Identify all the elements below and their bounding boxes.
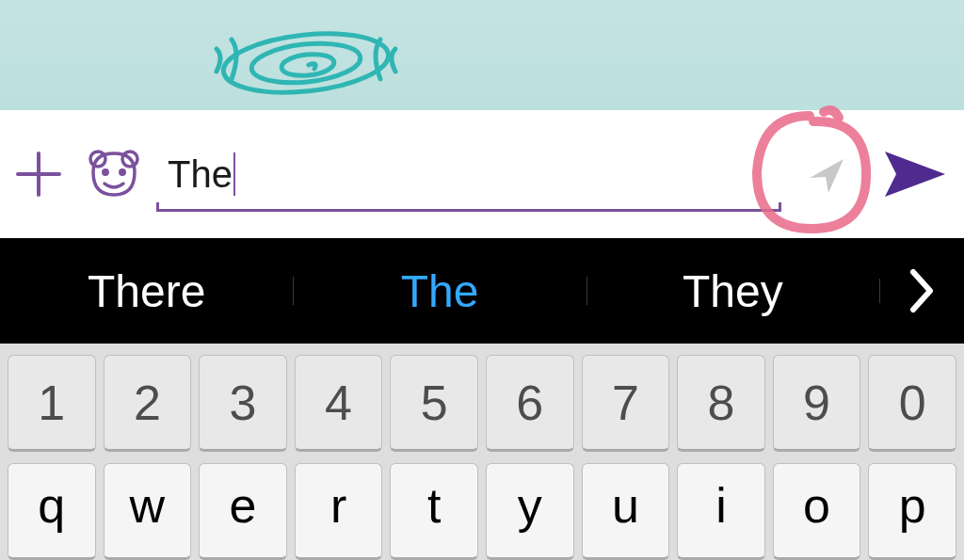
keyboard-suggestion-bar: There The They [0,238,964,344]
key-t[interactable]: t [390,463,478,560]
swirl-decoration-icon [198,11,414,110]
suggestion-3[interactable]: They [586,265,879,317]
message-text-value: The [168,153,233,196]
key-8[interactable]: 8 [677,355,765,452]
key-q[interactable]: q [8,463,96,560]
key-6[interactable]: 6 [486,355,574,452]
message-input-bar: The [0,110,964,238]
attach-button[interactable] [6,148,72,200]
chevron-right-icon [908,268,936,313]
key-y[interactable]: y [486,463,574,560]
key-o[interactable]: o [773,463,861,560]
suggestion-1[interactable]: There [0,265,293,317]
svg-point-5 [104,170,107,174]
sticker-button[interactable] [72,144,156,204]
keyboard-number-row: 1 2 3 4 5 6 7 8 9 0 [0,349,964,457]
suggestion-more-button[interactable] [879,268,964,313]
key-u[interactable]: u [582,463,670,560]
key-2[interactable]: 2 [104,355,192,452]
message-text-input[interactable]: The [156,110,779,238]
key-i[interactable]: i [677,463,765,560]
key-1[interactable]: 1 [8,355,96,452]
svg-point-0 [220,26,391,100]
key-4[interactable]: 4 [295,355,383,452]
send-button[interactable] [874,148,958,200]
key-7[interactable]: 7 [582,355,670,452]
key-p[interactable]: p [868,463,956,560]
plus-icon [12,148,65,200]
key-9[interactable]: 9 [773,355,861,452]
svg-point-1 [249,39,362,88]
on-screen-keyboard: 1 2 3 4 5 6 7 8 9 0 q w e r t y u i o p [0,344,964,560]
key-0[interactable]: 0 [868,355,956,452]
key-w[interactable]: w [104,463,192,560]
keyboard-top-letter-row: q w e r t y u i o p [0,457,964,560]
suggestion-2-active[interactable]: The [293,265,586,317]
key-e[interactable]: e [199,463,287,560]
key-3[interactable]: 3 [199,355,287,452]
share-location-button[interactable] [779,148,874,200]
svg-point-6 [120,170,124,174]
text-cursor [233,152,235,196]
location-arrow-icon [800,148,853,200]
bear-icon [84,144,144,204]
chat-background [0,0,964,110]
key-5[interactable]: 5 [390,355,478,452]
key-r[interactable]: r [295,463,383,560]
send-icon [883,148,949,200]
input-underline [156,209,781,212]
